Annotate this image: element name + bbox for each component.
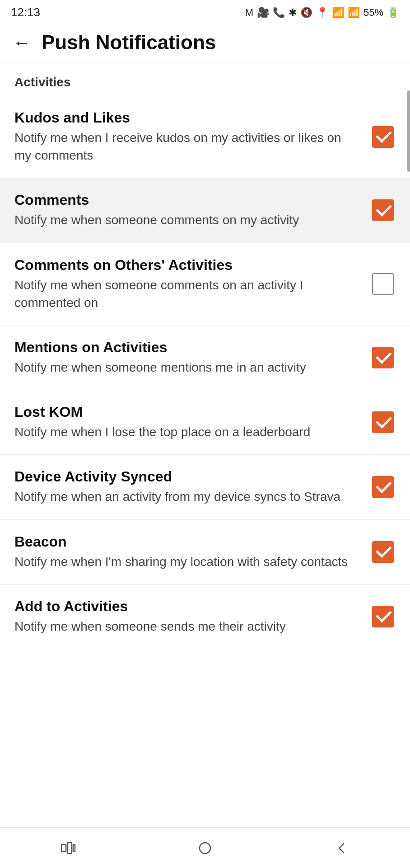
notif-item-comments-others[interactable]: Comments on Others' Activities Notify me… [0,243,410,326]
notif-title-beacon: Beacon [14,533,359,550]
section-label-activities: Activities [0,62,410,96]
notif-item-mentions-activities[interactable]: Mentions on Activities Notify me when so… [0,326,410,390]
notif-item-comments[interactable]: Comments Notify me when someone comments… [0,178,410,243]
signal-icon: 📶 [348,7,360,19]
checkbox-checked-comments [372,199,394,221]
notif-desc-comments: Notify me when someone comments on my ac… [14,211,359,229]
gmail-icon: M [245,7,253,19]
notif-desc-device-activity-synced: Notify me when an activity from my devic… [14,488,359,505]
checkbox-checked-lost-kom [372,411,394,433]
header: ← Push Notifications [0,23,410,62]
notif-title-comments-others: Comments on Others' Activities [14,257,359,274]
notif-title-lost-kom: Lost KOM [14,404,359,420]
back-button[interactable]: ← [13,33,31,52]
svg-rect-2 [73,844,75,852]
notif-item-add-to-activities[interactable]: Add to Activities Notify me when someone… [0,585,410,649]
notif-item-kudos-likes[interactable]: Kudos and Likes Notify me when I receive… [0,96,410,178]
location-icon: 📍 [316,7,328,19]
status-bar: 12:13 M 🎥 📞 ✱ 🔇 📍 📶 📶 55% 🔋 [0,0,410,23]
notif-text-comments: Comments Notify me when someone comments… [14,192,359,229]
notif-desc-mentions-activities: Notify me when someone mentions me in an… [14,359,359,376]
notif-desc-lost-kom: Notify me when I lose the top place on a… [14,423,359,441]
notif-text-add-to-activities: Add to Activities Notify me when someone… [14,598,359,635]
checkbox-mentions-activities[interactable] [370,345,396,370]
notif-desc-kudos-likes: Notify me when I receive kudos on my act… [14,129,359,164]
checkbox-device-activity-synced[interactable] [370,474,396,500]
svg-rect-0 [61,844,66,852]
notif-title-kudos-likes: Kudos and Likes [14,109,359,126]
checkbox-checked-kudos-likes [372,126,394,148]
status-time: 12:13 [11,5,40,19]
status-icons: M 🎥 📞 ✱ 🔇 📍 📶 📶 55% 🔋 [245,7,399,19]
notif-title-add-to-activities: Add to Activities [14,598,359,615]
back-icon[interactable] [324,837,360,859]
notif-item-beacon[interactable]: Beacon Notify me when I'm sharing my loc… [0,520,410,585]
notif-text-lost-kom: Lost KOM Notify me when I lose the top p… [14,404,359,441]
mute-icon: 🔇 [300,7,312,19]
checkbox-checked-mentions-activities [372,347,394,368]
checkbox-comments[interactable] [370,198,396,223]
notif-text-kudos-likes: Kudos and Likes Notify me when I receive… [14,109,359,164]
battery-icon: 🔋 [387,7,399,19]
bottom-nav [0,827,410,868]
notif-title-device-activity-synced: Device Activity Synced [14,468,359,485]
battery-percent: 55% [363,7,383,19]
page-title: Push Notifications [42,31,216,54]
notif-desc-beacon: Notify me when I'm sharing my location w… [14,553,359,571]
checkbox-checked-device-activity-synced [372,476,394,498]
scroll-indicator [407,90,410,172]
wifi-icon: 📶 [332,7,344,19]
camera-icon: 🎥 [257,7,269,19]
checkbox-beacon[interactable] [370,539,396,565]
checkbox-lost-kom[interactable] [370,410,396,435]
checkbox-add-to-activities[interactable] [370,604,396,629]
svg-rect-3 [200,843,210,854]
bluetooth-icon: ✱ [289,7,297,19]
notif-text-device-activity-synced: Device Activity Synced Notify me when an… [14,468,359,505]
checkbox-unchecked-comments-others [372,273,394,295]
notif-desc-add-to-activities: Notify me when someone sends me their ac… [14,618,359,635]
notif-title-comments: Comments [14,192,359,208]
home-icon[interactable] [187,837,223,859]
notif-text-mentions-activities: Mentions on Activities Notify me when so… [14,339,359,376]
content-area: Activities Kudos and Likes Notify me whe… [0,62,410,690]
phone-icon: 📞 [273,7,285,19]
checkbox-kudos-likes[interactable] [370,124,396,150]
notif-item-device-activity-synced[interactable]: Device Activity Synced Notify me when an… [0,455,410,519]
checkbox-checked-add-to-activities [372,606,394,627]
notif-item-lost-kom[interactable]: Lost KOM Notify me when I lose the top p… [0,390,410,455]
notif-text-beacon: Beacon Notify me when I'm sharing my loc… [14,533,359,571]
checkbox-comments-others[interactable] [370,271,396,297]
notif-title-mentions-activities: Mentions on Activities [14,339,359,356]
notif-text-comments-others: Comments on Others' Activities Notify me… [14,257,359,311]
recent-apps-icon[interactable] [50,837,86,859]
notif-desc-comments-others: Notify me when someone comments on an ac… [14,276,359,311]
svg-rect-1 [67,843,72,854]
checkbox-checked-beacon [372,541,394,563]
